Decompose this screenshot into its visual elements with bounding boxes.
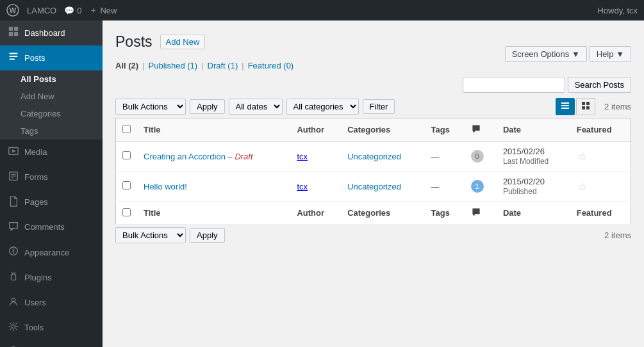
- sidebar-item-dashboard[interactable]: Dashboard: [0, 20, 103, 45]
- apply-button-top[interactable]: Apply: [190, 99, 225, 114]
- svg-line-14: [12, 272, 12, 273]
- author-link[interactable]: tcx: [297, 152, 308, 161]
- sidebar-item-forms[interactable]: Forms: [0, 165, 103, 190]
- featured-cell: ☆: [570, 172, 631, 202]
- svg-rect-5: [14, 32, 18, 36]
- svg-rect-24: [582, 106, 585, 109]
- categories-header[interactable]: Categories: [341, 118, 424, 141]
- svg-point-17: [12, 325, 15, 328]
- pages-icon: [8, 195, 19, 210]
- date-filter-select[interactable]: All dates: [229, 99, 283, 115]
- subnav-published[interactable]: Published (1): [149, 61, 198, 70]
- sidebar-item-appearance[interactable]: Appearance: [0, 240, 103, 265]
- posts-subnav: All (2) | Published (1) | Draft (1) | Fe…: [115, 61, 631, 70]
- sidebar-item-pages[interactable]: Pages: [0, 190, 103, 215]
- bulk-actions-select-bottom[interactable]: Bulk Actions: [115, 227, 186, 243]
- howdy-text[interactable]: Howdy, tcx: [597, 6, 638, 15]
- sidebar-item-posts[interactable]: Posts: [0, 45, 103, 70]
- bulk-actions-select-top[interactable]: Bulk Actions: [115, 99, 186, 115]
- author-header[interactable]: Author: [290, 118, 341, 141]
- help-button[interactable]: Help ▼: [590, 46, 631, 62]
- author-link[interactable]: tcx: [297, 182, 308, 191]
- row-checkbox[interactable]: [122, 151, 131, 159]
- sidebar-item-tools[interactable]: Tools: [0, 316, 103, 341]
- post-title-cell: Creating an Accordion – Draft: [137, 141, 290, 172]
- comments-link[interactable]: 💬 0: [64, 6, 81, 15]
- submenu-all-posts[interactable]: All Posts: [0, 70, 103, 88]
- apply-button-bottom[interactable]: Apply: [190, 228, 225, 243]
- select-all-checkbox-bottom[interactable]: [122, 208, 131, 216]
- sidebar-item-label: Dashboard: [24, 28, 65, 39]
- view-toggle: [556, 98, 595, 115]
- select-all-checkbox[interactable]: [122, 125, 131, 133]
- sidebar-item-label: Pages: [24, 197, 48, 208]
- svg-marker-7: [12, 150, 15, 153]
- search-posts-button[interactable]: Search Posts: [568, 77, 631, 93]
- date-footer[interactable]: Date: [497, 202, 570, 225]
- sidebar-item-plugins[interactable]: Plugins: [0, 265, 103, 290]
- author-footer[interactable]: Author: [290, 202, 341, 225]
- grid-view-button[interactable]: [576, 98, 595, 115]
- category-link[interactable]: Uncategorized: [347, 182, 401, 191]
- sidebar-item-settings[interactable]: Settings: [0, 341, 103, 347]
- add-new-button[interactable]: Add New: [160, 35, 206, 49]
- featured-star-button[interactable]: ☆: [577, 149, 588, 164]
- site-name[interactable]: LAMCO: [27, 6, 56, 15]
- subnav-draft[interactable]: Draft (1): [208, 61, 238, 70]
- chevron-down-icon: ▼: [616, 49, 624, 59]
- sidebar-item-users[interactable]: Users: [0, 291, 103, 316]
- posts-submenu: All Posts Add New Categories Tags: [0, 70, 103, 140]
- sidebar-item-label: Posts: [24, 52, 45, 64]
- draft-label: – Draft: [228, 152, 253, 161]
- category-filter-select[interactable]: All categories: [286, 99, 359, 115]
- featured-footer[interactable]: Featured: [570, 202, 631, 225]
- users-icon: [8, 296, 19, 311]
- posts-table-wrap: Title Author Categories Tags Date Featur…: [115, 118, 631, 225]
- sidebar-item-comments[interactable]: Comments: [0, 215, 103, 240]
- tags-header[interactable]: Tags: [425, 118, 465, 141]
- new-content-link[interactable]: ＋ New: [89, 4, 117, 16]
- sidebar-item-label: Media: [24, 147, 47, 158]
- table-row: Creating an Accordion – Draft tcx Uncate…: [116, 141, 631, 172]
- screen-options-button[interactable]: Screen Options ▼: [505, 46, 587, 62]
- submenu-categories[interactable]: Categories: [0, 105, 103, 122]
- tags-footer[interactable]: Tags: [425, 202, 465, 225]
- featured-header[interactable]: Featured: [570, 118, 631, 141]
- plugins-icon: [8, 270, 19, 285]
- top-filters-row: Bulk Actions Apply All dates All categor…: [115, 98, 631, 115]
- search-input[interactable]: [463, 77, 565, 93]
- post-title-link[interactable]: Hello world!: [144, 182, 187, 191]
- categories-cell: Uncategorized: [341, 141, 424, 172]
- items-count-top: 2 items: [604, 102, 631, 111]
- list-view-button[interactable]: [556, 98, 575, 115]
- row-checkbox[interactable]: [122, 181, 131, 190]
- sidebar-item-label: Plugins: [24, 272, 52, 284]
- categories-footer[interactable]: Categories: [341, 202, 424, 225]
- filter-button[interactable]: Filter: [363, 99, 395, 114]
- subnav-all[interactable]: All (2): [115, 61, 138, 70]
- svg-rect-21: [561, 108, 569, 109]
- bottom-filters-row: Bulk Actions Apply 2 items: [115, 227, 631, 243]
- comment-count-cell: 0: [465, 141, 497, 172]
- subnav-featured[interactable]: Featured (0): [248, 61, 294, 70]
- media-icon: [8, 145, 19, 159]
- sidebar: Dashboard Posts All Posts Add New Catego…: [0, 20, 103, 347]
- wp-logo[interactable]: W: [6, 4, 19, 17]
- featured-star-button[interactable]: ☆: [577, 179, 588, 194]
- search-row: Search Posts: [115, 77, 631, 93]
- select-all-footer: [116, 202, 138, 225]
- post-title-link[interactable]: Creating an Accordion: [144, 152, 228, 161]
- comment-bubble-header: [465, 118, 497, 141]
- submenu-tags[interactable]: Tags: [0, 122, 103, 140]
- svg-rect-2: [9, 27, 13, 31]
- select-all-header: [116, 118, 138, 141]
- category-link[interactable]: Uncategorized: [347, 152, 401, 161]
- tools-icon: [8, 321, 19, 335]
- svg-line-15: [15, 272, 15, 273]
- submenu-add-new[interactable]: Add New: [0, 88, 103, 105]
- comment-footer: [465, 202, 497, 225]
- date-header[interactable]: Date: [497, 118, 570, 141]
- title-header[interactable]: Title: [137, 118, 290, 141]
- title-footer[interactable]: Title: [137, 202, 290, 225]
- sidebar-item-media[interactable]: Media: [0, 140, 103, 165]
